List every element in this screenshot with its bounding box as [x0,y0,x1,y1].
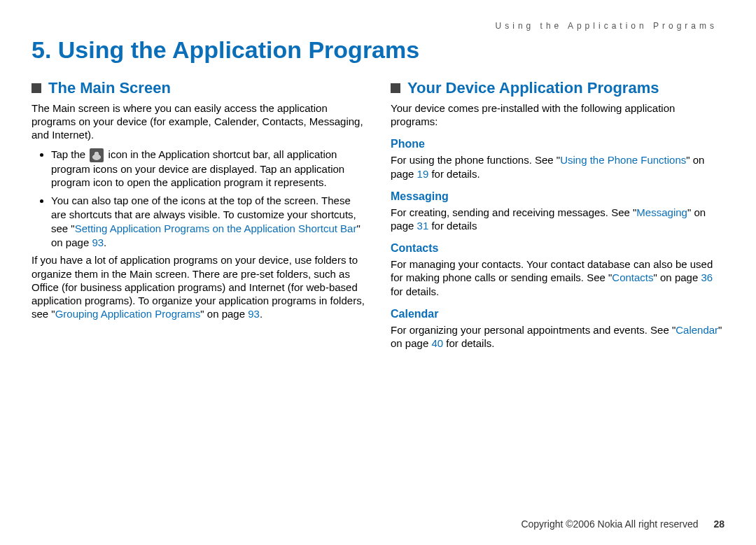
main-screen-bullets: Tap the icon in the Application shortcut… [31,148,365,250]
main-screen-folders: If you have a lot of application program… [31,253,365,320]
sub-phone: Phone [391,138,724,150]
section-main-screen: The Main Screen [31,79,365,97]
bullet2-tail: . [104,236,106,248]
sub-contacts: Contacts [391,242,724,255]
para2-post: " on page [200,308,248,320]
bullet1-pre: Tap the [51,148,88,160]
chapter-title-text: Using the Application Programs [58,36,419,63]
xref-contacts[interactable]: Contacts [612,271,653,283]
device-apps-intro: Your device comes pre-installed with the… [391,101,724,128]
section-title-text: Your Device Application Programs [407,79,659,97]
xref-calendar[interactable]: Calendar [676,324,718,336]
xref-page-31[interactable]: 31 [417,220,429,232]
xref-page-19[interactable]: 19 [417,168,429,180]
page-number: 28 [713,518,724,530]
xref-page-93a[interactable]: 93 [92,236,104,248]
left-column: The Main Screen The Main screen is where… [31,73,365,355]
columns: The Main Screen The Main screen is where… [31,73,724,355]
chapter-title: 5. Using the Application Programs [31,36,724,64]
phone-desc: For using the phone functions. See "Usin… [391,153,724,180]
bullet-tap-icon: Tap the icon in the Application shortcut… [51,148,365,190]
xref-page-36[interactable]: 36 [701,271,713,283]
messaging-desc: For creating, sending and receiving mess… [391,206,724,232]
sub-calendar: Calendar [391,308,724,320]
footer: Copyright ©2006 Nokia All right reserved… [521,518,724,530]
section-title-text: The Main Screen [48,79,171,97]
xref-page-40[interactable]: 40 [431,337,443,349]
right-column: Your Device Application Programs Your de… [391,73,724,355]
xref-grouping-programs[interactable]: Grouping Application Programs [55,308,201,320]
para2-tail: . [260,308,262,320]
section-marker-icon [31,83,41,93]
running-header: Using the Application Programs [31,21,718,31]
calendar-desc: For organizing your personal appointment… [391,323,724,350]
xref-messaging[interactable]: Messaging [636,206,687,218]
sub-messaging: Messaging [391,190,724,203]
chapter-number: 5. [31,36,51,63]
copyright: Copyright ©2006 Nokia All right reserved [521,518,698,530]
xref-page-93b[interactable]: 93 [248,308,260,320]
bullet-shortcuts: You can also tap one of the icons at the… [51,194,365,249]
app-shortcut-icon [90,148,104,162]
section-marker-icon [391,83,400,93]
section-device-apps: Your Device Application Programs [391,79,724,97]
xref-setting-shortcut-bar[interactable]: Setting Application Programs on the Appl… [75,222,357,234]
xref-phone-functions[interactable]: Using the Phone Functions [560,154,686,166]
main-screen-intro: The Main screen is where you can easily … [31,101,365,142]
contacts-desc: For managing your contacts. Your contact… [391,257,724,298]
page: Using the Application Programs 5. Using … [0,0,756,545]
